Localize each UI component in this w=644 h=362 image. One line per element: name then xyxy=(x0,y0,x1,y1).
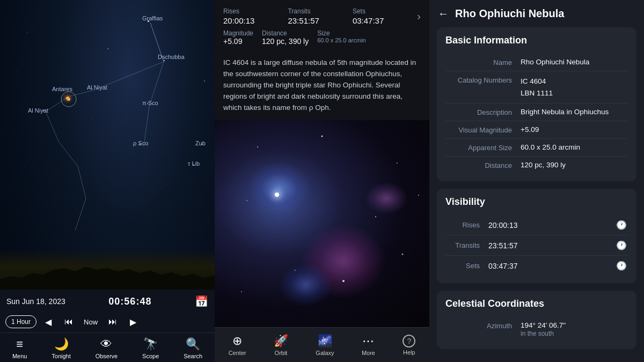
name-val: Rho Ophiuchi Nebula xyxy=(521,58,628,66)
more-arrow[interactable]: › xyxy=(417,10,421,23)
label-graffias: Graffias xyxy=(142,15,163,21)
size-label: Size xyxy=(317,29,366,37)
sets-value: 03:47:37 xyxy=(353,16,412,25)
bg-star-5 xyxy=(91,118,92,119)
more-icon: ⋯ xyxy=(362,334,374,348)
coordinates-card: Celestial Coordinates Azimuth 194° 24' 0… xyxy=(437,291,636,349)
visual-mag-row: Visual Magnitude +5.09 xyxy=(445,121,628,139)
scope-icon: 🔭 xyxy=(143,337,158,351)
tab-galaxy-label: Galaxy xyxy=(316,350,334,356)
tab-help-label: Help xyxy=(403,349,415,356)
nav-scope-label: Scope xyxy=(142,353,159,359)
size-value: 60.0 x 25.0 arcmin xyxy=(317,37,366,43)
tab-orbit-label: Orbit xyxy=(275,350,288,356)
vis-transits-clock[interactable]: 🕐 xyxy=(615,240,628,250)
bg-star-8 xyxy=(161,188,162,188)
svg-point-14 xyxy=(321,135,323,137)
tab-more[interactable]: ⋯ More xyxy=(362,334,375,356)
basic-info-title: Basic Information xyxy=(445,35,628,46)
svg-line-7 xyxy=(75,198,86,231)
rewind-button[interactable]: ◀ xyxy=(40,313,57,330)
visual-mag-key: Visual Magnitude xyxy=(445,125,521,134)
time-display: 00:56:48 xyxy=(108,296,151,307)
azimuth-val: 194° 24' 06.7" in the south xyxy=(521,321,628,337)
tab-center-label: Center xyxy=(229,350,246,356)
hour-button[interactable]: 1 Hour xyxy=(5,315,36,328)
star-dschubba xyxy=(164,60,165,61)
nav-scope[interactable]: 🔭 Scope xyxy=(142,337,159,359)
help-icon: ? xyxy=(402,335,415,348)
tab-center[interactable]: ⊕ Center xyxy=(229,334,246,356)
svg-line-6 xyxy=(78,166,86,198)
distance-value: 120 pc, 390 ly xyxy=(262,37,309,46)
azimuth-key: Azimuth xyxy=(445,321,521,330)
label-alniyat1: Al Niyat xyxy=(87,84,107,91)
apparent-size-key: Apparent Size xyxy=(445,143,521,152)
playback-bar: 1 Hour ◀ ⏮ Now ⏭ ▶ xyxy=(0,311,215,333)
date-display: Sun Jun 18, 2023 xyxy=(6,297,65,306)
vis-rises-row: Rises 20:00:13 🕐 xyxy=(445,215,628,235)
vis-rises-clock[interactable]: 🕐 xyxy=(615,220,628,230)
search-icon: 🔍 xyxy=(186,337,200,351)
azimuth-value: 194° 24' 06.7" xyxy=(521,321,566,329)
magnitude-value: +5.09 xyxy=(223,37,253,46)
detail-panel: Rises 20:00:13 Transits 23:51:57 Sets 03… xyxy=(215,0,429,362)
catalog-key: Catalog Numbers xyxy=(445,76,521,84)
tab-help[interactable]: ? Help xyxy=(402,335,415,356)
bg-star-1 xyxy=(27,32,27,33)
nav-search[interactable]: 🔍 Search xyxy=(184,337,202,359)
bg-star-7 xyxy=(204,80,205,82)
magnitude-label: Magnitude xyxy=(223,29,253,37)
visibility-card: Visibility Rises 20:00:13 🕐 Transits 23:… xyxy=(437,189,636,283)
distance-val: 120 pc, 390 ly xyxy=(521,161,628,169)
tab-more-label: More xyxy=(362,350,375,356)
svg-point-13 xyxy=(257,146,258,147)
basic-info-card: Basic Information Name Rho Ophiuchi Nebu… xyxy=(437,27,636,181)
svg-point-22 xyxy=(418,195,419,196)
vis-sets-row: Sets 03:47:37 🕐 xyxy=(445,256,628,276)
nebula-image xyxy=(215,120,429,327)
bg-star-6 xyxy=(27,161,27,161)
label-dschubba: Dschubba xyxy=(158,54,185,60)
svg-line-4 xyxy=(46,112,59,142)
description-box: IC 4604 is a large diffuse nebula of 5th… xyxy=(215,51,429,120)
skip-forward-button[interactable]: ⏭ xyxy=(104,313,121,330)
svg-line-5 xyxy=(59,142,78,166)
tab-galaxy[interactable]: 🌌 Galaxy xyxy=(316,334,334,356)
apparent-size-val: 60.0 x 25.0 arcmin xyxy=(521,143,628,151)
calendar-icon[interactable]: 📅 xyxy=(195,295,208,308)
nav-search-label: Search xyxy=(184,353,202,359)
label-pi-sco: π Sco xyxy=(142,100,158,106)
nav-observe[interactable]: 👁 Observe xyxy=(96,337,118,359)
object-header: Rises 20:00:13 Transits 23:51:57 Sets 03… xyxy=(215,0,429,51)
play-button[interactable]: ▶ xyxy=(125,313,142,330)
svg-point-20 xyxy=(342,280,345,282)
tonight-icon: 🌙 xyxy=(54,337,69,351)
now-button[interactable]: Now xyxy=(80,318,101,326)
nav-tonight[interactable]: 🌙 Tonight xyxy=(52,337,70,359)
sky-view-panel: Graffias Dschubba Al Niyat Antares π Sco… xyxy=(0,0,215,362)
skip-back-button[interactable]: ⏮ xyxy=(60,313,77,330)
svg-point-19 xyxy=(295,270,296,271)
back-button[interactable]: ← xyxy=(438,8,449,20)
right-header: ← Rho Ophiuchi Nebula xyxy=(429,0,644,27)
nav-menu-label: Menu xyxy=(12,353,27,359)
vis-transits-key: Transits xyxy=(445,241,488,249)
nav-menu[interactable]: ≡ Menu xyxy=(12,337,27,359)
svg-point-21 xyxy=(241,291,242,292)
svg-point-16 xyxy=(246,200,247,201)
tab-orbit[interactable]: 🚀 Orbit xyxy=(274,334,288,356)
galaxy-icon: 🌌 xyxy=(318,334,332,348)
rise-transit-set-row: Rises 20:00:13 Transits 23:51:57 Sets 03… xyxy=(223,8,421,25)
page-title: Rho Ophiuchi Nebula xyxy=(455,8,564,20)
vis-sets-clock[interactable]: 🕐 xyxy=(615,261,628,271)
visibility-title: Visibility xyxy=(445,196,628,208)
time-bar: Sun Jun 18, 2023 00:56:48 📅 xyxy=(0,290,215,311)
mag-dist-size-row: Magnitude +5.09 Distance 120 pc, 390 ly … xyxy=(223,29,421,46)
observe-icon: 👁 xyxy=(100,337,112,351)
size-item: Size 60.0 x 25.0 arcmin xyxy=(317,29,366,46)
center-icon: ⊕ xyxy=(232,334,242,348)
bg-star-4 xyxy=(16,70,17,70)
bottom-controls: Sun Jun 18, 2023 00:56:48 📅 1 Hour ◀ ⏮ N… xyxy=(0,290,215,362)
transits-label: Transits xyxy=(288,8,347,15)
